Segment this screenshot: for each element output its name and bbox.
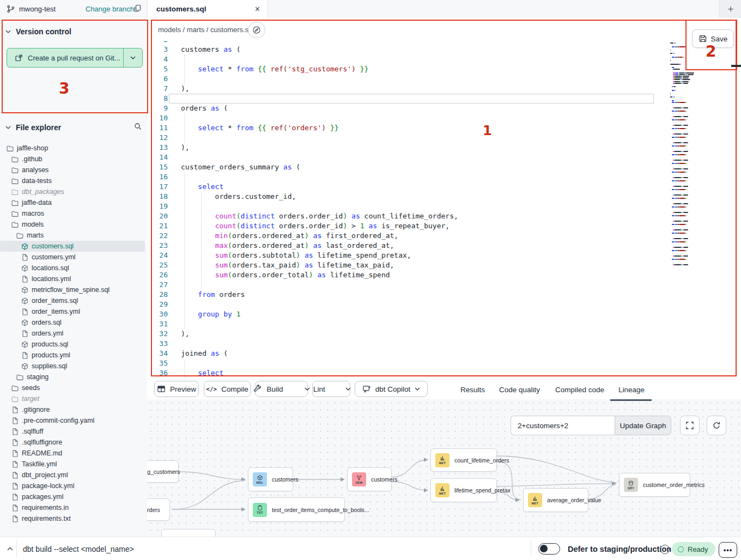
code-line-4[interactable]: 4 (147, 54, 670, 64)
tree-item-requirements.txt[interactable]: requirements.txt (0, 513, 145, 524)
tree-item-jaffle-data[interactable]: jaffle-data (0, 197, 145, 208)
lineage-node-average_order_value[interactable]: METaverage_order_value (523, 488, 588, 512)
code-line-36[interactable]: 36 select (147, 368, 670, 378)
code-quality-tab[interactable]: Code quality (499, 380, 540, 399)
tree-item-analyses[interactable]: analyses (0, 165, 145, 175)
lineage-node-clipped-node[interactable] (161, 529, 216, 537)
lint-dropdown-toggle[interactable] (341, 381, 356, 397)
refresh-button[interactable] (707, 416, 726, 435)
code-line-32[interactable]: 32), (147, 329, 670, 339)
tree-item-package-lock.yml[interactable]: package-lock.yml (0, 480, 145, 491)
code-line-24[interactable]: 24 sum(orders.subtotal) as lifetime_spen… (147, 251, 670, 260)
tree-item-locations.sql[interactable]: locations.sql (0, 263, 145, 273)
code-line-19[interactable]: 19 (147, 202, 670, 211)
tree-item-orders.sql[interactable]: orders.sql (0, 317, 145, 328)
lineage-node-orders[interactable]: MDLorders (147, 498, 170, 521)
code-line-20[interactable]: 20 count(distinct orders.order_id) as co… (147, 211, 670, 221)
tree-item-packages.yml[interactable]: packages.yml (0, 491, 145, 502)
tab-customers-sql[interactable]: customers.sql × (147, 0, 268, 19)
code-line-30[interactable]: 30 group by 1 (147, 309, 670, 319)
code-line-5[interactable]: 5 select * from {{ ref('stg_customers') … (147, 64, 670, 74)
chevron-up-icon[interactable] (4, 543, 15, 554)
tree-item-.pre-commit-config.yaml[interactable]: .pre-commit-config.yaml (0, 415, 145, 426)
code-line-26[interactable]: 26 sum(orders.order_total) as lifetime_s… (147, 270, 670, 280)
code-line-15[interactable]: 15customer_orders_summary as ( (147, 162, 670, 172)
code-line-16[interactable]: 16 (147, 172, 670, 182)
code-line-25[interactable]: 25 sum(orders.tax_paid) as lifetime_tax_… (147, 260, 670, 270)
code-line-3[interactable]: 3customers as ( (147, 45, 670, 54)
tree-item-models[interactable]: models (0, 219, 145, 230)
tree-item-.sqlfluffignore[interactable]: .sqlfluffignore (0, 437, 145, 448)
preview-button[interactable]: Preview (154, 381, 199, 397)
code-line-28[interactable]: 28 from orders (147, 290, 670, 300)
file-explorer-header[interactable]: File explorer (0, 121, 148, 133)
code-line-11[interactable]: 11 select * from {{ ref('orders') }} (147, 123, 670, 133)
compass-icon-button[interactable] (248, 22, 265, 38)
save-button[interactable]: Save (692, 29, 734, 48)
code-line-34[interactable]: 34joined as ( (147, 349, 670, 358)
code-line-10[interactable]: 10 (147, 113, 670, 123)
lineage-node-customer_order_metrics[interactable]: QRYcustomer_order_metrics (619, 473, 690, 497)
code-line-12[interactable]: 12 (147, 133, 670, 143)
tree-item-Taskfile.yml[interactable]: Taskfile.yml (0, 459, 145, 470)
more-options-button[interactable]: ••• (719, 542, 737, 558)
close-icon[interactable]: × (255, 0, 260, 18)
code-line-2[interactable]: 2 (147, 41, 670, 45)
tree-item-.gitignore[interactable]: .gitignore (0, 404, 145, 415)
new-tab-button[interactable]: + (719, 0, 741, 18)
tree-item-jaffle-shop[interactable]: jaffle-shop (0, 143, 145, 154)
defer-toggle[interactable] (538, 543, 560, 555)
lineage-tab[interactable]: Lineage (618, 380, 645, 399)
tree-item-order_items.yml[interactable]: order_items.yml (0, 306, 145, 317)
lineage-node-test-order-items[interactable]: TSTtest_order_items_compute_to_bools... (248, 497, 345, 522)
tree-item-dbt_project.yml[interactable]: dbt_project.yml (0, 470, 145, 480)
tree-item-.github[interactable]: .github (0, 154, 145, 165)
lineage-node-customers-mdl[interactable]: MDLcustomers (248, 467, 293, 491)
dbt-copilot-button[interactable]: dbt Copilot (355, 381, 428, 397)
tree-item-metricflow_time_spine.sql[interactable]: metricflow_time_spine.sql (0, 284, 145, 295)
create-pr-button[interactable]: Create a pull request on Git... (7, 48, 143, 68)
tree-item-locations.yml[interactable]: locations.yml (0, 273, 145, 284)
tree-item-seeds[interactable]: seeds (0, 382, 145, 393)
code-line-18[interactable]: 18 orders.customer_id, (147, 192, 670, 202)
code-line-8[interactable]: 8 (147, 94, 670, 104)
lineage-node-customers-sem[interactable]: SEMcustomers (347, 467, 392, 491)
results-tab[interactable]: Results (460, 380, 485, 399)
command-input[interactable]: dbt build --select <model_name> (23, 537, 134, 560)
minimap[interactable] (670, 41, 718, 346)
tree-item-customers.sql[interactable]: customers.sql (0, 241, 145, 252)
lineage-node-lifetime_spend_pretax[interactable]: METlifetime_spend_pretax (430, 478, 497, 502)
lineage-node-stg_customers[interactable]: MDLstg_customers (147, 460, 179, 483)
lint-button[interactable]: Lint (307, 381, 332, 397)
tree-item-order_items.sql[interactable]: order_items.sql (0, 295, 145, 306)
code-line-7[interactable]: 7), (147, 84, 670, 94)
search-icon[interactable] (134, 123, 142, 130)
code-line-17[interactable]: 17 select (147, 182, 670, 192)
tree-item-products.yml[interactable]: products.yml (0, 350, 145, 361)
lineage-node-count_lifetime_orders[interactable]: METcount_lifetime_orders (430, 448, 497, 472)
fullscreen-button[interactable] (680, 416, 700, 435)
code-line-13[interactable]: 13), (147, 143, 670, 153)
code-line-33[interactable]: 33 (147, 339, 670, 349)
tree-item-staging[interactable]: staging (0, 372, 145, 382)
compile-button[interactable]: </> Compile (204, 381, 251, 397)
code-editor[interactable]: 23customers as (45 select * from {{ ref(… (147, 41, 670, 380)
code-line-27[interactable]: 27 (147, 280, 670, 290)
pane-resize-handle[interactable] (731, 65, 741, 67)
build-button[interactable]: Build (247, 381, 289, 397)
compiled-code-tab[interactable]: Compiled code (555, 380, 604, 399)
tree-item-dbt_packages[interactable]: dbt_packages (0, 186, 145, 197)
tree-item-marts[interactable]: marts (0, 230, 145, 241)
tree-item-supplies.sql[interactable]: supplies.sql (0, 361, 145, 372)
tree-item-requirements.in[interactable]: requirements.in (0, 502, 145, 513)
code-line-21[interactable]: 21 count(distinct orders.order_id) > 1 a… (147, 221, 670, 231)
code-line-22[interactable]: 22 min(orders.ordered_at) as first_order… (147, 231, 670, 241)
change-branch-link[interactable]: Change branch (86, 0, 134, 18)
code-line-35[interactable]: 35 (147, 358, 670, 368)
version-control-header[interactable]: Version control (0, 26, 148, 38)
model-selector-input[interactable] (511, 416, 615, 435)
tree-item-README.md[interactable]: README.md (0, 448, 145, 459)
code-line-9[interactable]: 9orders as ( (147, 104, 670, 113)
tree-item-products.sql[interactable]: products.sql (0, 339, 145, 350)
copy-icon[interactable] (133, 4, 143, 14)
